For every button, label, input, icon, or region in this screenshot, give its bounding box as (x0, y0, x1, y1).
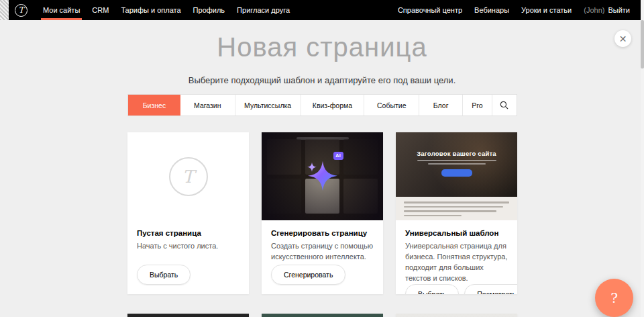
tilda-logo-watermark: T (169, 157, 208, 196)
tab-search[interactable] (492, 95, 517, 116)
preview-text-line (428, 163, 486, 165)
main-nav: Мои сайты CRM Тарифы и оплата Профиль Пр… (37, 0, 296, 20)
ai-sparkle-icon (303, 156, 342, 195)
scrollbar[interactable] (641, 0, 644, 317)
tab-multilink[interactable]: Мультиссылка (235, 95, 301, 116)
template-category-tabs: Бизнес Магазин Мультиссылка Квиз-форма С… (127, 94, 517, 116)
template-card[interactable] (262, 314, 383, 317)
scrollbar-thumb[interactable] (641, 20, 644, 69)
preview-hero-section: Заголовок вашего сайта (396, 132, 517, 197)
card-description: Универсальная страница для бизнеса. Поня… (405, 241, 508, 284)
nav-item-lessons-articles[interactable]: Уроки и статьи (515, 6, 578, 14)
page-subtitle: Выберите подходящий шаблон и адаптируйте… (0, 75, 644, 85)
top-navigation-bar: T Мои сайты CRM Тарифы и оплата Профиль … (0, 0, 644, 20)
choose-button[interactable]: Выбрать (405, 284, 459, 294)
preview-text-line (417, 160, 496, 161)
universal-template-preview: Заголовок вашего сайта (396, 132, 517, 220)
tab-store[interactable]: Магазин (180, 95, 235, 116)
card-title: Универсальный шаблон (405, 229, 508, 237)
preview-cta-button (441, 169, 472, 177)
nav-item-plans-payment[interactable]: Тарифы и оплата (115, 0, 186, 20)
ai-generate-preview: AI (262, 132, 383, 220)
logout-link[interactable]: Выйти (608, 6, 630, 14)
nav-item-webinars[interactable]: Вебинары (468, 6, 515, 14)
tab-quiz-form[interactable]: Квиз-форма (301, 95, 365, 116)
template-preview (127, 314, 249, 317)
blank-page-preview: T (127, 132, 249, 220)
preview-site-heading: Заголовок вашего сайта (417, 150, 496, 157)
card-body: Пустая страница Начать с чистого листа. … (127, 220, 249, 294)
template-preview (396, 314, 517, 317)
help-button[interactable]: ? (595, 279, 633, 317)
tilda-logo[interactable]: T (15, 4, 28, 17)
tab-business[interactable]: Бизнес (128, 95, 180, 116)
nav-item-invite-friend[interactable]: Пригласи друга (231, 0, 296, 20)
card-body: Сгенерировать страницу Создать страницу … (262, 220, 383, 294)
page-title: Новая страница (0, 32, 644, 62)
template-card[interactable] (396, 314, 517, 317)
close-icon: ✕ (619, 34, 627, 44)
view-button[interactable]: Посмотреть (464, 284, 517, 294)
secondary-nav: Справочный центр Вебинары Уроки и статьи… (392, 0, 636, 20)
template-card[interactable] (127, 314, 249, 317)
nav-item-help-center[interactable]: Справочный центр (392, 6, 468, 14)
corner-pattern-decoration (0, 0, 9, 20)
template-card-universal[interactable]: Заголовок вашего сайта Универсальный шаб… (396, 132, 517, 294)
template-grid: T Пустая страница Начать с чистого листа… (127, 132, 517, 317)
tab-pro[interactable]: Pro (463, 95, 492, 116)
ai-badge: AI (333, 152, 343, 160)
template-card-generate-ai[interactable]: AI Сгенерировать страницу Создать страни… (262, 132, 383, 294)
card-title: Сгенерировать страницу (271, 229, 374, 237)
user-name: (John) (584, 6, 604, 14)
template-preview (262, 314, 383, 317)
generate-button[interactable]: Сгенерировать (271, 265, 345, 285)
template-card-blank-page[interactable]: T Пустая страница Начать с чистого листа… (127, 132, 249, 294)
nav-item-my-sites[interactable]: Мои сайты (37, 0, 86, 20)
card-title: Пустая страница (137, 229, 239, 237)
card-description: Создать страницу с помощью искусственног… (271, 241, 374, 263)
new-page-modal: T Мои сайты CRM Тарифы и оплата Профиль … (0, 0, 644, 317)
card-body: Универсальный шаблон Универсальная стран… (396, 220, 517, 294)
preview-text-section (396, 197, 517, 220)
card-buttons: Выбрать Посмотреть (405, 284, 508, 294)
nav-item-profile[interactable]: Профиль (187, 0, 231, 20)
card-buttons: Сгенерировать (271, 265, 374, 285)
question-mark-icon: ? (610, 290, 618, 306)
tab-event[interactable]: Событие (364, 95, 419, 116)
nav-item-crm[interactable]: CRM (86, 0, 115, 20)
card-description: Начать с чистого листа. (137, 241, 239, 252)
choose-button[interactable]: Выбрать (137, 265, 191, 285)
search-icon (500, 101, 508, 109)
user-logout[interactable]: (John) Выйти (578, 6, 636, 14)
close-button[interactable]: ✕ (614, 30, 631, 47)
tab-blog[interactable]: Блог (419, 95, 463, 116)
card-buttons: Выбрать (137, 265, 239, 285)
